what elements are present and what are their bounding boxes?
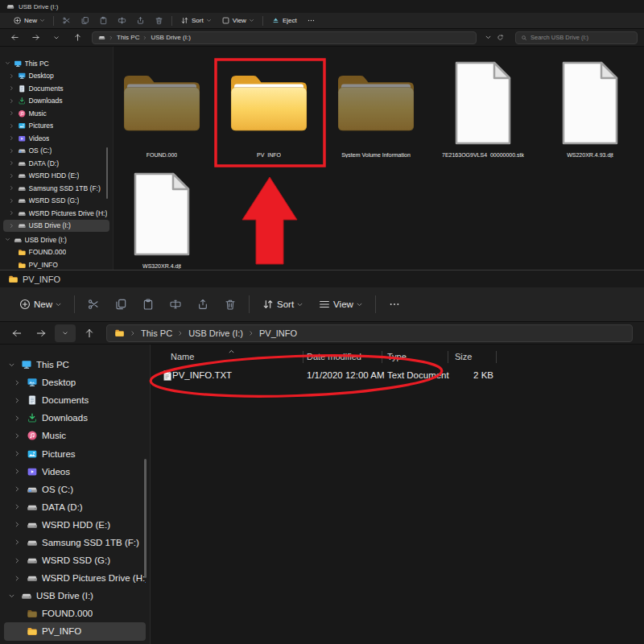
breadcrumb-pv-info[interactable]: PV_INFO <box>259 328 297 338</box>
sidebar-item-music[interactable]: Music <box>3 107 109 120</box>
delete-button[interactable] <box>155 16 163 25</box>
folder-icon <box>227 68 311 138</box>
sidebar-item-videos[interactable]: Videos <box>3 132 109 145</box>
sidebar-item-data-d[interactable]: DATA (D:) <box>3 157 109 170</box>
column-separator[interactable] <box>496 351 497 363</box>
column-header-name[interactable]: Name <box>171 352 194 361</box>
more-button[interactable] <box>388 298 401 311</box>
view-button[interactable]: View <box>318 298 363 311</box>
view-button[interactable]: View <box>221 16 254 25</box>
sidebar-item-wsrd-hdd-e[interactable]: WSRD HDD (E:) <box>3 170 109 183</box>
eject-button[interactable]: Eject <box>271 16 297 25</box>
sidebar-item-desktop[interactable]: Desktop <box>3 70 109 83</box>
sidebar-item-found-000[interactable]: FOUND.000 <box>3 246 109 259</box>
sidebar-item-samsung-ssd-1tb-f[interactable]: Samsung SSD 1TB (F:) <box>3 182 109 195</box>
scrollbar[interactable] <box>106 147 108 199</box>
column-header-type[interactable]: Type <box>387 352 407 361</box>
sidebar-item-this-pc[interactable]: This PC <box>4 356 146 374</box>
breadcrumb-usb-drive-i[interactable]: USB Drive (I:) <box>188 328 243 338</box>
rename-button[interactable] <box>118 16 126 25</box>
paste-button[interactable] <box>142 298 155 311</box>
sidebar-item-found-000[interactable]: FOUND.000 <box>4 605 146 622</box>
sidebar-item-pictures[interactable]: Pictures <box>3 120 109 133</box>
folder-icon <box>18 248 27 257</box>
tab-pv-info[interactable]: PV_INFO <box>8 274 60 284</box>
search-input[interactable] <box>530 34 632 41</box>
folder-item-found-000[interactable]: FOUND.000 <box>114 58 215 158</box>
address-bar[interactable]: This PCUSB Drive (I:) <box>92 31 477 44</box>
sidebar-item-usb-drive-i[interactable]: USB Drive (I:) <box>4 587 146 605</box>
sidebar-item-pictures[interactable]: Pictures <box>4 444 146 462</box>
column-header-size[interactable]: Size <box>455 352 472 361</box>
sidebar-item-pv-info[interactable]: PV_INFO <box>3 258 109 270</box>
back-button[interactable] <box>5 31 24 45</box>
sidebar-item-pv-info[interactable]: PV_INFO <box>4 622 146 640</box>
sidebar-item-usb-drive-i[interactable]: USB Drive (I:) <box>3 233 109 246</box>
file-item-7e2163og9vls4-00000000-stk[interactable]: 7E2163OG9VLS4_00000000.stk <box>430 58 536 158</box>
sidebar-item-label: Pictures <box>42 449 76 459</box>
file-item-ws320xr-4-djt[interactable]: WS320XR.4.djt <box>114 169 215 269</box>
share-button[interactable] <box>196 298 209 311</box>
chevron-right-slot <box>12 521 23 528</box>
sidebar-item-music[interactable]: Music <box>4 427 146 444</box>
share-button[interactable] <box>136 16 145 25</box>
cut-button[interactable] <box>87 298 100 311</box>
forward-button[interactable] <box>26 31 45 45</box>
sidebar-item-wsrd-ssd-g[interactable]: WSRD SSD (G:) <box>3 195 109 208</box>
recent-locations-button[interactable] <box>55 324 76 342</box>
chevron-right-icon <box>9 185 14 191</box>
folder-item-system-volume-information[interactable]: System Volume Information <box>323 58 429 158</box>
chevron-down-icon[interactable] <box>485 34 492 41</box>
file-date-modified: 1/1/2020 12:00 AM <box>307 370 385 380</box>
more-button[interactable] <box>307 16 316 25</box>
sidebar-item-samsung-ssd-1tb-f[interactable]: Samsung SSD 1TB (F:) <box>4 534 146 551</box>
file-row-pv-info-txt[interactable]: PV_INFO.TXT1/1/2020 12:00 AMText Documen… <box>151 366 644 386</box>
column-separator[interactable] <box>303 351 303 363</box>
refresh-icon[interactable] <box>497 34 504 41</box>
sidebar-item-wsrd-ssd-g[interactable]: WSRD SSD (G:) <box>4 551 146 569</box>
sidebar-item-wsrd-hdd-e[interactable]: WSRD HDD (E:) <box>4 516 146 534</box>
column-separator[interactable] <box>448 351 448 363</box>
sidebar-item-documents[interactable]: Documents <box>4 391 146 409</box>
sidebar-item-wsrd-pictures-drive-h[interactable]: WSRD Pictures Drive (H:) <box>3 207 109 220</box>
rename-button[interactable] <box>169 298 182 311</box>
column-separator[interactable] <box>382 351 382 363</box>
new-button[interactable]: New <box>13 16 45 25</box>
back-button[interactable] <box>6 324 27 342</box>
sidebar-item-os-c[interactable]: OS (C:) <box>4 481 146 498</box>
sidebar-item-downloads[interactable]: Downloads <box>4 409 146 427</box>
paste-button[interactable] <box>99 16 108 25</box>
delete-button[interactable] <box>224 298 237 311</box>
new-button[interactable]: New <box>19 298 62 311</box>
recent-locations-button[interactable] <box>47 31 66 45</box>
sidebar-item-this-pc[interactable]: This PC <box>3 57 109 70</box>
sidebar-item-data-d[interactable]: DATA (D:) <box>4 498 146 516</box>
sidebar-item-wsrd-pictures-drive-h[interactable]: WSRD Pictures Drive (H:) <box>4 569 146 587</box>
breadcrumb-this-pc[interactable]: This PC <box>117 34 139 41</box>
folder-item-pv-info[interactable]: PV_INFO <box>216 58 322 158</box>
breadcrumb-this-pc[interactable]: This PC <box>141 328 172 338</box>
file-item-ws220xr-4-93-djt[interactable]: WS220XR.4.93.djt <box>537 58 643 158</box>
sidebar-item-downloads[interactable]: Downloads <box>3 95 109 108</box>
breadcrumb-usb-drive-i[interactable]: USB Drive (I:) <box>151 34 190 41</box>
cut-button[interactable] <box>62 16 71 25</box>
column-header-date-modified[interactable]: Date modified <box>307 352 361 361</box>
up-button[interactable] <box>79 324 100 342</box>
sidebar-item-videos[interactable]: Videos <box>4 463 146 481</box>
sidebar-item-usb-drive-i[interactable]: USB Drive (I:) <box>3 220 109 233</box>
sidebar-item-desktop[interactable]: Desktop <box>4 374 146 391</box>
sidebar-item-label: DATA (D:) <box>42 502 83 512</box>
sidebar-item-documents[interactable]: Documents <box>3 82 109 95</box>
sidebar-item-os-c[interactable]: OS (C:) <box>3 145 109 158</box>
copy-button[interactable] <box>114 298 127 311</box>
scrollbar[interactable] <box>144 459 147 578</box>
forward-button[interactable] <box>31 324 52 342</box>
tab-usb-drive[interactable]: USB Drive (I:) <box>6 2 58 10</box>
address-bar[interactable]: This PCUSB Drive (I:)PV_INFO <box>106 324 633 342</box>
up-button[interactable] <box>68 31 87 45</box>
screenshot-root: USB Drive (I:) NewSortViewEject This PCU… <box>0 0 644 644</box>
copy-button[interactable] <box>80 16 89 25</box>
search-box[interactable] <box>515 31 638 44</box>
sort-button[interactable]: Sort <box>180 16 212 25</box>
sort-button[interactable]: Sort <box>262 298 303 311</box>
